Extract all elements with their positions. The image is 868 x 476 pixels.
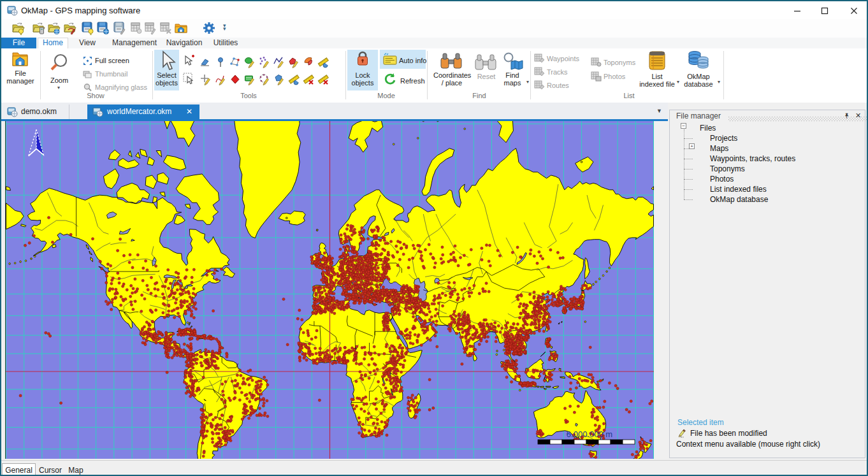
svg-text:6.000.000 m: 6.000.000 m bbox=[567, 429, 612, 439]
